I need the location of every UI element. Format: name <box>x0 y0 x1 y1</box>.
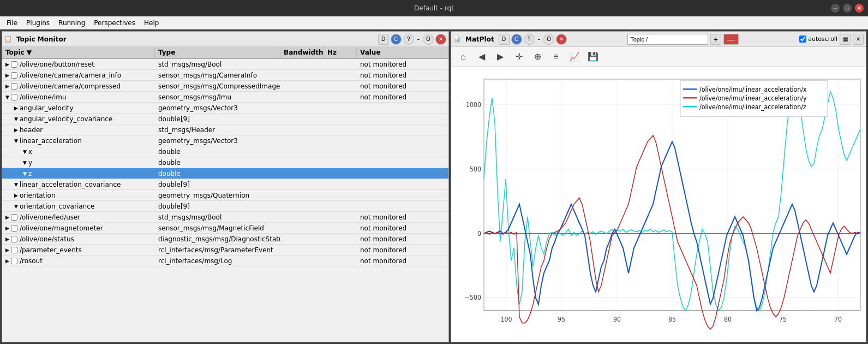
line-tool-button[interactable]: 📈 <box>567 49 582 64</box>
maximize-button[interactable]: □ <box>843 4 852 13</box>
table-row[interactable]: ▶/rosoutrcl_interfaces/msg/Lognot monito… <box>2 256 448 266</box>
bandwidth-cell <box>280 81 324 91</box>
expand-arrow-icon[interactable]: ▶ <box>5 236 9 242</box>
help-button-left[interactable]: ? <box>403 34 414 45</box>
forward-tool-button[interactable]: ▶ <box>493 49 508 64</box>
topic-cell: ▼/olive/one/imu <box>2 92 155 102</box>
back-tool-button[interactable]: ◀ <box>474 49 489 64</box>
table-row[interactable]: ▶/olive/one/camera/camera_infosensor_msg… <box>2 70 448 81</box>
menu-help[interactable]: Help <box>140 18 163 28</box>
collapse-arrow-icon[interactable]: ▼ <box>5 94 9 100</box>
topic-filter-input[interactable] <box>627 34 708 45</box>
expand-arrow-icon[interactable]: ▶ <box>5 258 9 264</box>
remove-topic-button[interactable]: — <box>723 34 739 45</box>
settings-tool-button[interactable]: ≡ <box>548 49 564 64</box>
topic-checkbox[interactable] <box>11 61 17 68</box>
o-button-right[interactable]: O <box>543 34 554 45</box>
add-topic-button[interactable]: + <box>710 34 721 45</box>
expand-arrow-icon[interactable]: ▶ <box>5 247 9 253</box>
svg-text:85: 85 <box>668 316 676 324</box>
c-button-left[interactable]: C <box>391 34 402 45</box>
table-row[interactable]: ▶/olive/one/statusdiagnostic_msgs/msg/Di… <box>2 234 448 245</box>
table-row[interactable]: ▼linear_accelerationgeometry_msgs/Vector… <box>2 135 448 146</box>
table-row[interactable]: ▼/olive/one/imusensor_msgs/msg/Imunot mo… <box>2 92 448 103</box>
collapse-arrow-icon[interactable]: ▼ <box>23 171 27 176</box>
table-row[interactable]: ▶/parameter_eventsrcl_interfaces/msg/Par… <box>2 245 448 256</box>
collapse-arrow-icon[interactable]: ▼ <box>14 116 18 122</box>
expand-arrow-icon[interactable]: ▶ <box>5 215 9 220</box>
close-button-right[interactable]: ✕ <box>556 34 567 45</box>
hz-cell <box>324 179 357 189</box>
table-row[interactable]: ▶angular_velocitygeometry_msgs/Vector3 <box>2 103 448 114</box>
table-row[interactable]: ▼linear_acceleration_covariancedouble[9] <box>2 179 448 190</box>
topic-checkbox[interactable] <box>11 83 17 90</box>
menu-perspectives[interactable]: Perspectives <box>89 18 140 28</box>
zoom-tool-button[interactable]: ⊕ <box>530 49 545 64</box>
topic-label: /olive/one/led/user <box>20 213 81 221</box>
expand-arrow-icon[interactable]: ▶ <box>14 105 18 111</box>
columns-button[interactable]: ▦ <box>840 34 851 45</box>
help-button-right[interactable]: ? <box>524 34 535 45</box>
home-tool-button[interactable]: ⌂ <box>456 49 471 64</box>
svg-text:/olive/one/imu/linear_accelera: /olive/one/imu/linear_acceleration/z <box>699 103 806 111</box>
d-button-left[interactable]: D <box>378 34 389 45</box>
close-button-left[interactable]: ✕ <box>435 34 446 45</box>
topic-checkbox[interactable] <box>11 214 17 221</box>
topic-checkbox[interactable] <box>11 72 17 79</box>
titlebar-title: Default - rqt <box>414 4 454 12</box>
menu-plugins[interactable]: Plugins <box>22 18 54 28</box>
collapse-arrow-icon[interactable]: ▼ <box>23 149 27 155</box>
save-tool-button[interactable]: 💾 <box>585 49 601 64</box>
table-row[interactable]: ▼angular_velocity_covariancedouble[9] <box>2 114 448 124</box>
topic-label: angular_velocity <box>20 104 74 112</box>
collapse-arrow-icon[interactable]: ▼ <box>14 182 18 187</box>
svg-text:500: 500 <box>470 165 481 174</box>
expand-arrow-icon[interactable]: ▶ <box>5 84 9 89</box>
expand-arrow-icon[interactable]: ▶ <box>14 193 18 198</box>
o-button-left[interactable]: O <box>423 34 434 45</box>
c-button-right[interactable]: C <box>511 34 522 45</box>
topic-label: /olive/one/camera/compressed <box>20 82 121 90</box>
d-button-right[interactable]: D <box>499 34 510 45</box>
topic-checkbox[interactable] <box>11 236 17 242</box>
table-row[interactable]: ▶/olive/one/camera/compressedsensor_msgs… <box>2 81 448 92</box>
collapse-arrow-icon[interactable]: ▼ <box>23 160 27 165</box>
table-row[interactable]: ▼ydouble <box>2 157 448 168</box>
type-cell: double <box>155 168 280 179</box>
type-cell: sensor_msgs/msg/Imu <box>155 92 280 102</box>
hz-cell <box>324 124 357 135</box>
table-row[interactable]: ▼orientation_covariancedouble[9] <box>2 201 448 212</box>
table-row[interactable]: ▶/olive/one/button/resetstd_msgs/msg/Boo… <box>2 59 448 70</box>
menu-running[interactable]: Running <box>54 18 89 28</box>
table-row[interactable]: ▶headerstd_msgs/Header <box>2 124 448 135</box>
autoscroll-checkbox[interactable] <box>799 35 806 43</box>
expand-arrow-icon[interactable]: ▶ <box>14 127 18 133</box>
collapse-arrow-icon[interactable]: ▼ <box>14 204 18 209</box>
topic-checkbox[interactable] <box>11 225 17 232</box>
topic-label: /rosout <box>20 257 43 265</box>
table-row[interactable]: ▶/olive/one/led/userstd_msgs/msg/Boolnot… <box>2 212 448 223</box>
hz-cell <box>324 245 357 255</box>
table-row[interactable]: ▶/olive/one/magnetometersensor_msgs/msg/… <box>2 223 448 234</box>
expand-arrow-icon[interactable]: ▶ <box>5 62 9 67</box>
table-row[interactable]: ▶orientationgeometry_msgs/Quaternion <box>2 190 448 201</box>
window-controls: ─ □ ✕ <box>831 4 864 13</box>
menu-file[interactable]: File <box>2 18 22 28</box>
expand-arrow-icon[interactable]: ▶ <box>5 226 9 231</box>
collapse-arrow-icon[interactable]: ▼ <box>14 138 18 144</box>
svg-text:70: 70 <box>834 316 842 324</box>
value-cell: not monitored <box>357 234 448 244</box>
config-button[interactable]: ✕ <box>853 34 864 45</box>
table-row[interactable]: ▼xdouble <box>2 146 448 157</box>
autoscroll-label[interactable]: autoscroll <box>799 35 837 43</box>
value-cell <box>357 201 448 211</box>
hz-cell <box>324 146 357 157</box>
table-row[interactable]: ▼zdouble <box>2 168 448 179</box>
close-button[interactable]: ✕ <box>855 4 864 13</box>
pan-tool-button[interactable]: ✛ <box>511 49 526 64</box>
expand-arrow-icon[interactable]: ▶ <box>5 73 9 78</box>
topic-checkbox[interactable] <box>11 94 17 100</box>
topic-checkbox[interactable] <box>11 247 17 253</box>
topic-checkbox[interactable] <box>11 258 17 264</box>
minimize-button[interactable]: ─ <box>831 4 840 13</box>
